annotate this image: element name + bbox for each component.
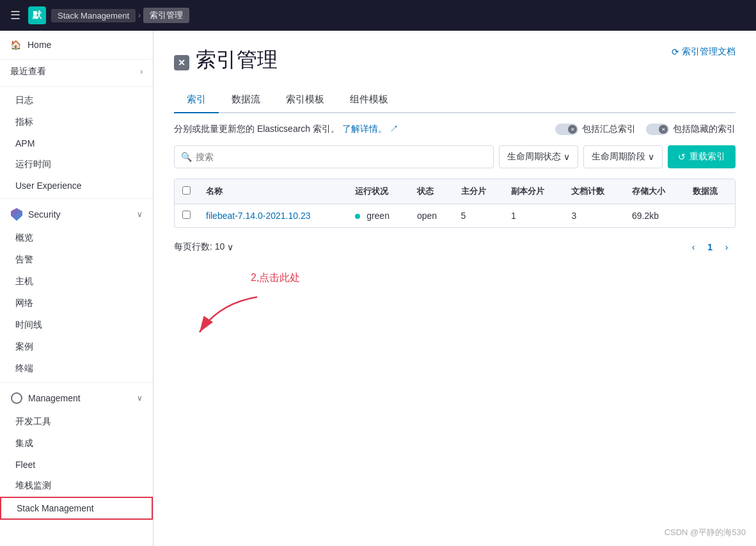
close-button[interactable]: ✕ [174, 55, 189, 70]
tab-index-template[interactable]: 索引模板 [273, 87, 337, 113]
table-header-checkbox[interactable] [175, 179, 198, 204]
sidebar-item-metrics[interactable]: 指标 [0, 111, 153, 133]
health-dot [355, 214, 360, 219]
lifecycle-phase-filter[interactable]: 生命周期阶段 ∨ [583, 145, 663, 168]
sidebar-item-integrations[interactable]: 集成 [0, 433, 153, 454]
toggle-aggregate-indices[interactable]: ✕ 包括汇总索引 [555, 124, 636, 135]
annotation-area: 2,点击此处 [174, 271, 736, 348]
sidebar-item-cases[interactable]: 案例 [0, 336, 153, 358]
row-name-cell: filebeat-7.14.0-2021.10.23 [198, 204, 347, 228]
lifecycle-status-label: 生命周期状态 [507, 151, 561, 163]
tab-index[interactable]: 索引 [174, 87, 219, 113]
table-header-health: 运行状况 [347, 179, 409, 204]
health-label: green [366, 211, 390, 221]
sidebar-section-management[interactable]: Management ∨ [0, 385, 153, 411]
toggle-hidden-indices[interactable]: ✕ 包括隐藏的索引 [646, 124, 736, 135]
index-table: 名称 运行状况 状态 主分片 副本分片 文档计数 存储大小 数据流 [174, 179, 736, 228]
search-icon: 🔍 [181, 152, 192, 162]
breadcrumb-index-management[interactable]: 索引管理 [143, 8, 189, 23]
lifecycle-status-filter[interactable]: 生命周期状态 ∨ [499, 145, 578, 168]
doc-link[interactable]: ⟳ 索引管理文档 [672, 46, 736, 58]
select-all-checkbox[interactable] [182, 186, 191, 195]
security-label: Security [28, 209, 61, 220]
breadcrumb-stack-management[interactable]: Stack Management [51, 9, 136, 22]
sidebar-item-overview[interactable]: 概览 [0, 227, 153, 249]
reload-button[interactable]: ↺ 重载索引 [668, 145, 736, 168]
row-checkbox[interactable] [182, 211, 191, 219]
row-primary-shards-cell: 5 [453, 204, 503, 228]
page-title: 索引管理 [196, 46, 278, 74]
pagination-row: 每页行数: 10 ∨ ‹ 1 › [174, 236, 736, 259]
sidebar-item-user-experience[interactable]: User Experience [0, 175, 153, 196]
sidebar-item-hosts[interactable]: 主机 [0, 271, 153, 293]
reload-label: 重载索引 [689, 151, 725, 163]
page-title-row: ✕ 索引管理 [174, 46, 278, 74]
content-area: ✕ 索引管理 ⟳ 索引管理文档 索引 数据流 索引模板 组件模板 分别或批量更新… [154, 31, 756, 546]
table-header-name: 名称 [198, 179, 347, 204]
management-gear-icon [10, 392, 23, 405]
sidebar-section-recent[interactable]: 最近查看 › [0, 60, 153, 84]
menu-icon[interactable]: ☰ [8, 6, 23, 25]
home-icon: 🏠 [10, 40, 21, 50]
row-status-cell: open [409, 204, 453, 228]
sidebar-item-fleet[interactable]: Fleet [0, 454, 153, 475]
table-header-primary-shards: 主分片 [453, 179, 503, 204]
reload-icon: ↺ [678, 152, 686, 162]
topbar: ☰ 默 Stack Management › 索引管理 [0, 0, 756, 31]
sidebar: 🏠 Home 最近查看 › 日志 指标 APM 运行时间 User Experi… [0, 31, 154, 546]
sidebar-item-network[interactable]: 网络 [0, 293, 153, 314]
status-label: open [417, 211, 437, 221]
index-name-link[interactable]: filebeat-7.14.0-2021.10.23 [206, 211, 310, 221]
filter2-chevron: ∨ [648, 152, 654, 162]
row-health-cell: green [347, 204, 409, 228]
next-page-button[interactable]: › [718, 238, 736, 256]
row-replica-shards-cell: 1 [503, 204, 564, 228]
breadcrumb: Stack Management › 索引管理 [51, 8, 189, 23]
page-navigation: ‹ 1 › [684, 238, 736, 256]
management-label: Management [28, 393, 81, 403]
breadcrumb-separator: › [138, 11, 141, 20]
toggle-switch-1[interactable]: ✕ [555, 124, 578, 135]
row-storage-size-cell: 69.2kb [624, 204, 685, 228]
learn-more-link[interactable]: 了解详情。 ↗ [342, 124, 398, 134]
table-header-storage-size: 存储大小 [624, 179, 685, 204]
toggle-label-2: 包括隐藏的索引 [673, 124, 736, 135]
tabs-bar: 索引 数据流 索引模板 组件模板 [174, 87, 736, 113]
table-header-row: 名称 运行状况 状态 主分片 副本分片 文档计数 存储大小 数据流 [175, 179, 735, 204]
prev-page-button[interactable]: ‹ [684, 238, 702, 256]
lifecycle-phase-label: 生命周期阶段 [592, 151, 645, 163]
sidebar-divider-1 [0, 86, 153, 87]
watermark: CSDN @平静的海530 [665, 527, 746, 538]
sidebar-item-timeline[interactable]: 时间线 [0, 314, 153, 336]
tab-datastream[interactable]: 数据流 [219, 87, 273, 113]
row-checkbox-cell[interactable] [175, 204, 198, 228]
description-text: 分别或批量更新您的 Elasticsearch 索引。 了解详情。 ↗ [174, 124, 398, 135]
sidebar-item-stack-monitoring[interactable]: 堆栈监测 [0, 475, 153, 497]
sidebar-item-endpoints[interactable]: 终端 [0, 358, 153, 380]
sidebar-item-devtools[interactable]: 开发工具 [0, 411, 153, 433]
page-header: ✕ 索引管理 ⟳ 索引管理文档 [174, 46, 736, 74]
sidebar-item-home[interactable]: 🏠 Home [0, 31, 153, 60]
annotation-arrow [193, 291, 270, 342]
per-page-chevron: ∨ [227, 242, 233, 252]
home-label: Home [28, 40, 51, 50]
row-data-stream-cell [685, 204, 735, 228]
sidebar-item-stack-management[interactable]: Stack Management [0, 497, 153, 520]
sidebar-item-runtime[interactable]: 运行时间 [0, 154, 153, 175]
sidebar-item-alerts[interactable]: 告警 [0, 249, 153, 271]
sidebar-divider-2 [0, 198, 153, 199]
tab-component-template[interactable]: 组件模板 [337, 87, 401, 113]
sidebar-section-security[interactable]: Security ∨ [0, 202, 153, 227]
main-layout: 🏠 Home 最近查看 › 日志 指标 APM 运行时间 User Experi… [0, 31, 756, 546]
search-box[interactable]: 🔍 [174, 145, 494, 168]
toggle-switch-2[interactable]: ✕ [646, 124, 669, 135]
chevron-down-icon: ∨ [137, 210, 143, 219]
search-input[interactable] [196, 152, 487, 162]
search-filters-row: 🔍 生命周期状态 ∨ 生命周期阶段 ∨ ↺ 重载索引 [174, 145, 736, 168]
toggle-x-2: ✕ [659, 125, 668, 134]
chevron-right-icon: › [140, 67, 143, 76]
sidebar-item-logs[interactable]: 日志 [0, 90, 153, 111]
sidebar-item-apm[interactable]: APM [0, 133, 153, 154]
per-page-selector[interactable]: 每页行数: 10 ∨ [174, 241, 233, 253]
filter1-chevron: ∨ [563, 152, 570, 162]
